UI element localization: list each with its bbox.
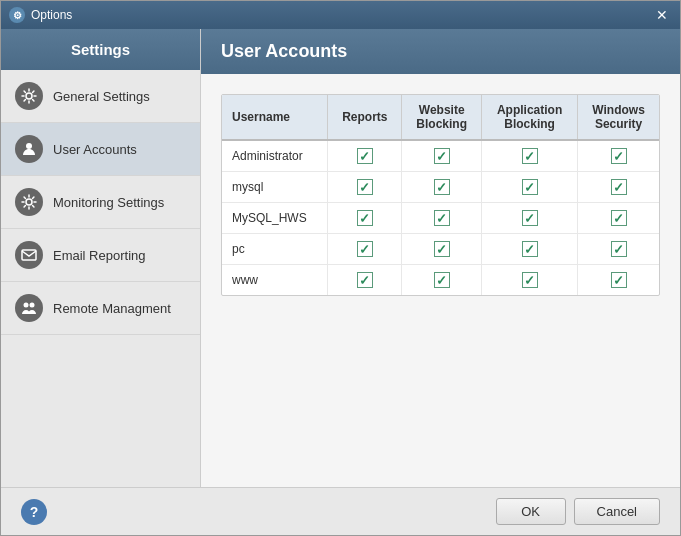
svg-rect-3: [22, 250, 36, 260]
checkbox-checked-icon[interactable]: ✓: [434, 179, 450, 195]
cell-checkbox-reports[interactable]: ✓: [328, 265, 402, 296]
checkbox-checked-icon[interactable]: ✓: [611, 148, 627, 164]
cell-checkbox-websiteBlocking[interactable]: ✓: [402, 265, 482, 296]
cell-checkbox-appBlocking[interactable]: ✓: [482, 140, 578, 172]
checkbox-checked-icon[interactable]: ✓: [611, 210, 627, 226]
bottom-bar: ? OK Cancel: [1, 487, 680, 535]
sidebar-item-general[interactable]: General Settings: [1, 70, 200, 123]
user-accounts-table: Username Reports WebsiteBlocking Applica…: [222, 95, 659, 295]
cell-checkbox-reports[interactable]: ✓: [328, 234, 402, 265]
checkbox-checked-icon[interactable]: ✓: [522, 241, 538, 257]
ok-button[interactable]: OK: [496, 498, 566, 525]
sidebar-item-monitoring[interactable]: Monitoring Settings: [1, 176, 200, 229]
table-row: www✓✓✓✓: [222, 265, 659, 296]
main-header: User Accounts: [201, 29, 680, 74]
checkbox-checked-icon[interactable]: ✓: [611, 272, 627, 288]
cell-username: mysql: [222, 172, 328, 203]
checkbox-checked-icon[interactable]: ✓: [434, 210, 450, 226]
checkbox-checked-icon[interactable]: ✓: [611, 179, 627, 195]
cell-checkbox-websiteBlocking[interactable]: ✓: [402, 172, 482, 203]
user-accounts-label: User Accounts: [53, 142, 137, 157]
sidebar: Settings General Settings Use: [1, 29, 201, 487]
checkbox-checked-icon[interactable]: ✓: [357, 179, 373, 195]
cancel-button[interactable]: Cancel: [574, 498, 660, 525]
remote-management-label: Remote Managment: [53, 301, 171, 316]
cell-checkbox-windowsSecurity[interactable]: ✓: [578, 140, 659, 172]
checkbox-checked-icon[interactable]: ✓: [357, 241, 373, 257]
checkbox-checked-icon[interactable]: ✓: [357, 210, 373, 226]
svg-point-1: [26, 143, 32, 149]
checkbox-checked-icon[interactable]: ✓: [434, 272, 450, 288]
checkbox-checked-icon[interactable]: ✓: [522, 210, 538, 226]
help-button[interactable]: ?: [21, 499, 47, 525]
title-bar-left: ⚙ Options: [9, 7, 72, 23]
main-body: Username Reports WebsiteBlocking Applica…: [201, 74, 680, 487]
col-header-reports: Reports: [328, 95, 402, 140]
cell-checkbox-appBlocking[interactable]: ✓: [482, 265, 578, 296]
cell-checkbox-websiteBlocking[interactable]: ✓: [402, 203, 482, 234]
checkbox-checked-icon[interactable]: ✓: [434, 241, 450, 257]
cell-checkbox-appBlocking[interactable]: ✓: [482, 234, 578, 265]
remote-management-icon: [15, 294, 43, 322]
sidebar-item-user-accounts[interactable]: User Accounts: [1, 123, 200, 176]
col-header-username: Username: [222, 95, 328, 140]
col-header-windows-security: WindowsSecurity: [578, 95, 659, 140]
cell-checkbox-websiteBlocking[interactable]: ✓: [402, 140, 482, 172]
col-header-app-blocking: ApplicationBlocking: [482, 95, 578, 140]
general-settings-label: General Settings: [53, 89, 150, 104]
cell-checkbox-reports[interactable]: ✓: [328, 172, 402, 203]
user-accounts-table-container: Username Reports WebsiteBlocking Applica…: [221, 94, 660, 296]
cell-checkbox-websiteBlocking[interactable]: ✓: [402, 234, 482, 265]
monitoring-settings-label: Monitoring Settings: [53, 195, 164, 210]
svg-point-0: [26, 93, 32, 99]
email-reporting-icon: [15, 241, 43, 269]
sidebar-item-remote-management[interactable]: Remote Managment: [1, 282, 200, 335]
cell-username: www: [222, 265, 328, 296]
cell-checkbox-windowsSecurity[interactable]: ✓: [578, 203, 659, 234]
checkbox-checked-icon[interactable]: ✓: [522, 272, 538, 288]
table-row: Administrator✓✓✓✓: [222, 140, 659, 172]
checkbox-checked-icon[interactable]: ✓: [611, 241, 627, 257]
email-reporting-label: Email Reporting: [53, 248, 146, 263]
checkbox-checked-icon[interactable]: ✓: [357, 148, 373, 164]
content-area: Settings General Settings Use: [1, 29, 680, 487]
cell-checkbox-windowsSecurity[interactable]: ✓: [578, 265, 659, 296]
cell-checkbox-reports[interactable]: ✓: [328, 140, 402, 172]
svg-point-2: [26, 199, 32, 205]
options-window: ⚙ Options ✕ Settings General Settings: [0, 0, 681, 536]
monitoring-settings-icon: [15, 188, 43, 216]
col-header-website-blocking: WebsiteBlocking: [402, 95, 482, 140]
table-row: mysql✓✓✓✓: [222, 172, 659, 203]
checkbox-checked-icon[interactable]: ✓: [522, 179, 538, 195]
sidebar-header: Settings: [1, 29, 200, 70]
window-title: Options: [31, 8, 72, 22]
cell-checkbox-reports[interactable]: ✓: [328, 203, 402, 234]
close-button[interactable]: ✕: [652, 5, 672, 25]
checkbox-checked-icon[interactable]: ✓: [522, 148, 538, 164]
cell-username: Administrator: [222, 140, 328, 172]
checkbox-checked-icon[interactable]: ✓: [357, 272, 373, 288]
user-accounts-icon: [15, 135, 43, 163]
general-settings-icon: [15, 82, 43, 110]
cell-checkbox-appBlocking[interactable]: ✓: [482, 203, 578, 234]
main-content: User Accounts Username Reports WebsiteBl…: [201, 29, 680, 487]
svg-point-5: [30, 303, 35, 308]
cell-checkbox-windowsSecurity[interactable]: ✓: [578, 172, 659, 203]
cell-username: MySQL_HWS: [222, 203, 328, 234]
bottom-buttons: OK Cancel: [496, 498, 660, 525]
svg-point-4: [24, 303, 29, 308]
app-icon: ⚙: [9, 7, 25, 23]
cell-checkbox-windowsSecurity[interactable]: ✓: [578, 234, 659, 265]
table-row: pc✓✓✓✓: [222, 234, 659, 265]
table-row: MySQL_HWS✓✓✓✓: [222, 203, 659, 234]
cell-username: pc: [222, 234, 328, 265]
sidebar-item-email-reporting[interactable]: Email Reporting: [1, 229, 200, 282]
cell-checkbox-appBlocking[interactable]: ✓: [482, 172, 578, 203]
checkbox-checked-icon[interactable]: ✓: [434, 148, 450, 164]
title-bar: ⚙ Options ✕: [1, 1, 680, 29]
table-header-row: Username Reports WebsiteBlocking Applica…: [222, 95, 659, 140]
